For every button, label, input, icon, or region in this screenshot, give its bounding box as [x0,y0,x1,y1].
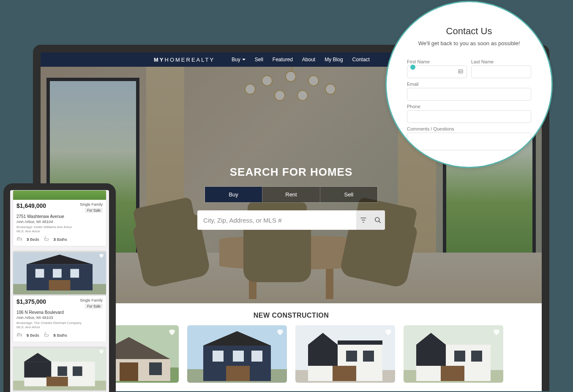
search-bar [197,210,385,230]
contact-us-popover: Contact Us We'll get back to you as soon… [385,1,553,168]
listing-stats: 3 Beds 3 Baths [16,236,103,242]
svg-rect-32 [416,345,446,366]
svg-rect-9 [120,362,138,381]
listing-type: Single Family For Sale [80,202,103,213]
search-mode-tabs: Buy Rent Sell [205,186,378,203]
search-icon [374,216,382,224]
svg-rect-42 [35,269,44,278]
svg-rect-54 [46,377,68,387]
svg-line-4 [379,221,381,223]
listing-city: Ann Arbor, MI 48104 [16,219,103,224]
nav-featured[interactable]: Featured [273,57,293,63]
mobile-device-frame: $1,649,000 Single Family For Sale 2751 W… [3,183,116,392]
comments-label: Comments / Questions [407,126,531,131]
heart-icon[interactable] [98,253,104,260]
phone-input[interactable] [407,110,531,123]
construction-card[interactable] [187,325,287,383]
status-badge: For Sale [85,208,103,213]
svg-rect-46 [17,334,22,336]
phone-label: Phone [407,104,531,109]
nav-about[interactable]: About [302,57,315,63]
svg-rect-11 [149,362,162,375]
listing-image [13,347,106,392]
heart-icon[interactable] [98,348,104,356]
svg-rect-34 [454,351,465,362]
mobile-screen: $1,649,000 Single Family For Sale 2751 W… [10,190,109,392]
svg-rect-35 [471,351,482,362]
tab-rent[interactable]: Rent [262,187,319,202]
last-name-input[interactable] [471,65,531,78]
listing-image [13,191,106,200]
bath-icon [44,332,49,338]
tab-sell[interactable]: Sell [320,187,377,202]
svg-marker-25 [338,340,382,345]
listing-card[interactable]: $1,105,000 Single Family [13,346,106,392]
contact-card-icon [458,68,464,76]
tab-buy[interactable]: Buy [205,187,262,202]
listing-address: 2751 Washtenaw Avenue [16,214,103,219]
logo-rest: HOMEREALTY [165,57,215,63]
status-badge: For Sale [85,304,103,309]
svg-rect-45 [49,280,71,290]
construction-card[interactable] [404,325,503,383]
svg-rect-52 [57,366,67,376]
filter-button[interactable] [356,210,371,230]
svg-rect-26 [346,351,357,362]
contact-form: First Name Last Name Email Phone Com [407,59,531,152]
svg-rect-28 [333,366,356,381]
svg-rect-36 [441,366,464,381]
house-illustration [187,325,287,383]
heart-icon[interactable] [276,328,284,338]
svg-rect-55 [458,70,463,73]
comments-textarea[interactable] [407,133,531,150]
svg-rect-44 [70,269,79,278]
nav-buy[interactable]: Buy [232,57,246,63]
svg-rect-17 [233,351,244,362]
svg-rect-37 [17,238,22,240]
nav-items: Buy Sell Featured About My Blog Contact [232,57,370,63]
last-name-label: Last Name [471,59,531,64]
listing-price: $1,649,000 [16,202,46,209]
svg-rect-16 [213,351,224,362]
listing-card[interactable]: $1,375,000 Single Family For Sale 106 N … [13,250,106,342]
listing-address: 106 N Revena Boulevard [16,310,103,315]
listing-brokerage: Brokerage: Keller Williams Ann Arbor MLS… [16,225,103,234]
nav-myblog[interactable]: My Blog [325,57,343,63]
listing-price: $1,375,000 [16,298,46,305]
email-label: Email [407,82,531,87]
listing-city: Ann Arbor, MI 48103 [16,315,103,320]
contact-title: Contact Us [407,26,531,37]
first-name-label: First Name [407,59,467,64]
filter-icon [359,216,368,224]
nav-buy-label: Buy [232,57,240,63]
heart-icon[interactable] [168,328,176,338]
svg-point-56 [459,71,460,71]
svg-rect-43 [53,269,62,278]
callout-origin-dot [410,65,415,70]
email-input[interactable] [407,88,531,101]
listing-brokerage: Brokerage: The Charles Reinhart Company … [16,321,103,329]
svg-rect-18 [251,351,262,362]
heart-icon[interactable] [492,328,501,338]
logo-prefix: MY [154,57,165,63]
svg-rect-27 [363,351,374,362]
nav-contact[interactable]: Contact [352,57,370,63]
construction-card[interactable] [295,325,395,383]
bed-icon [16,332,22,338]
listing-card[interactable]: $1,649,000 Single Family For Sale 2751 W… [13,190,106,246]
heart-icon[interactable] [384,328,393,338]
listing-type: Single Family For Sale [80,298,103,309]
listing-stats: 5 Beds 5 Baths [16,332,103,338]
svg-point-3 [375,218,379,222]
svg-rect-53 [73,366,82,376]
listing-image [13,251,106,296]
contact-subtitle: We'll get back to you as soon as possibl… [407,40,531,46]
bath-icon [44,236,49,242]
site-logo[interactable]: MYHOMEREALTY [154,57,215,63]
svg-rect-19 [226,366,250,381]
house-illustration [295,325,395,383]
nav-sell[interactable]: Sell [255,57,263,63]
search-input[interactable] [197,217,356,224]
search-button[interactable] [371,210,385,230]
svg-rect-50 [24,362,51,378]
